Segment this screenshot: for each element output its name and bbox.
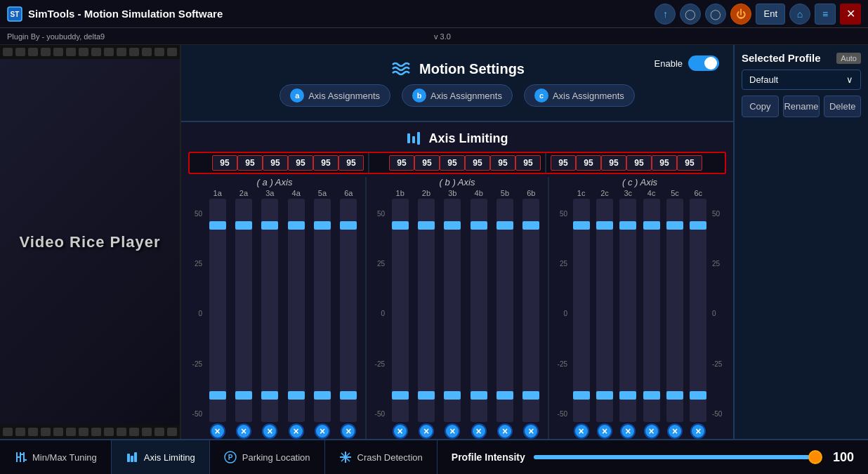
handle-bottom-3b[interactable]: [444, 391, 461, 400]
reset-4a[interactable]: [289, 423, 304, 439]
intensity-slider-track[interactable]: [534, 455, 821, 459]
handle-top-6a[interactable]: [340, 221, 357, 230]
menu-btn[interactable]: ≡: [815, 4, 836, 25]
handle-top-6b[interactable]: [522, 221, 539, 230]
close-btn[interactable]: ✕: [840, 4, 861, 25]
reset-6c[interactable]: [690, 423, 706, 439]
circle2-btn[interactable]: ◯: [705, 4, 726, 25]
handle-top-1c[interactable]: [573, 221, 590, 230]
handle-bottom-5c[interactable]: [666, 391, 683, 400]
handle-bottom-6b[interactable]: [522, 391, 539, 400]
value-box-3a[interactable]: 95: [263, 155, 288, 171]
value-box-1b[interactable]: 95: [389, 155, 414, 171]
profile-select[interactable]: Default ∨: [742, 70, 861, 90]
track-6a[interactable]: [340, 199, 357, 422]
value-box-5c[interactable]: 95: [652, 155, 677, 171]
track-3c[interactable]: [619, 199, 636, 422]
value-box-6a[interactable]: 95: [338, 155, 364, 171]
track-2b[interactable]: [418, 199, 435, 422]
reset-2a[interactable]: [236, 423, 251, 439]
handle-top-1a[interactable]: [209, 221, 226, 230]
value-box-4b[interactable]: 95: [465, 155, 490, 171]
parking-location-btn[interactable]: P Parking Location: [210, 440, 325, 474]
track-1a[interactable]: [209, 199, 226, 422]
ent-btn[interactable]: Ent: [756, 4, 785, 25]
handle-bottom-4c[interactable]: [643, 391, 660, 400]
delete-button[interactable]: Delete: [824, 96, 861, 117]
handle-top-3a[interactable]: [261, 221, 278, 230]
tab-axis-c[interactable]: c Axis Assignments: [524, 84, 635, 107]
value-box-6b[interactable]: 95: [515, 155, 541, 171]
enable-toggle[interactable]: [688, 55, 719, 71]
value-box-2c[interactable]: 95: [576, 155, 601, 171]
handle-bottom-4a[interactable]: [288, 391, 305, 400]
value-box-6c[interactable]: 95: [677, 155, 702, 171]
track-2c[interactable]: [596, 199, 613, 422]
reset-3b[interactable]: [445, 423, 460, 439]
handle-bottom-3a[interactable]: [261, 391, 278, 400]
value-box-2a[interactable]: 95: [237, 155, 263, 171]
handle-top-3b[interactable]: [444, 221, 461, 230]
reset-3a[interactable]: [262, 423, 277, 439]
rename-button[interactable]: Rename: [783, 96, 820, 117]
track-4b[interactable]: [471, 199, 487, 422]
value-box-5a[interactable]: 95: [313, 155, 338, 171]
tab-axis-a[interactable]: a Axis Assignments: [280, 84, 390, 107]
value-box-4c[interactable]: 95: [626, 155, 652, 171]
home-btn[interactable]: ⌂: [789, 4, 810, 25]
track-3a[interactable]: [261, 199, 278, 422]
track-4a[interactable]: [288, 199, 305, 422]
handle-top-1b[interactable]: [392, 221, 409, 230]
track-2a[interactable]: [235, 199, 252, 422]
reset-1c[interactable]: [574, 423, 589, 439]
copy-button[interactable]: Copy: [742, 96, 779, 117]
track-1c[interactable]: [573, 199, 590, 422]
handle-bottom-3c[interactable]: [619, 391, 636, 400]
reset-2c[interactable]: [597, 423, 612, 439]
reset-4b[interactable]: [471, 423, 487, 439]
tab-axis-b[interactable]: b Axis Assignments: [402, 84, 513, 107]
handle-top-5c[interactable]: [666, 221, 683, 230]
track-5c[interactable]: [666, 199, 683, 422]
reset-2b[interactable]: [419, 423, 434, 439]
reset-1a[interactable]: [210, 423, 225, 439]
handle-bottom-1c[interactable]: [573, 391, 590, 400]
value-box-5b[interactable]: 95: [490, 155, 515, 171]
handle-top-6c[interactable]: [690, 221, 706, 230]
handle-bottom-5a[interactable]: [314, 391, 331, 400]
value-box-3b[interactable]: 95: [440, 155, 465, 171]
track-5b[interactable]: [497, 199, 513, 422]
axis-limiting-btn[interactable]: Axis Limiting: [112, 440, 210, 474]
value-box-2b[interactable]: 95: [414, 155, 440, 171]
handle-bottom-5b[interactable]: [497, 391, 513, 400]
handle-top-5a[interactable]: [314, 221, 331, 230]
track-5a[interactable]: [314, 199, 331, 422]
handle-bottom-2c[interactable]: [596, 391, 613, 400]
track-1b[interactable]: [392, 199, 409, 422]
reset-5b[interactable]: [497, 423, 513, 439]
handle-bottom-2a[interactable]: [235, 391, 252, 400]
track-6c[interactable]: [690, 199, 706, 422]
handle-top-5b[interactable]: [497, 221, 513, 230]
reset-5a[interactable]: [315, 423, 330, 439]
reset-5c[interactable]: [667, 423, 683, 439]
handle-bottom-6a[interactable]: [340, 391, 357, 400]
reset-6a[interactable]: [341, 423, 356, 439]
handle-top-4b[interactable]: [471, 221, 487, 230]
handle-bottom-6c[interactable]: [690, 391, 706, 400]
reset-6b[interactable]: [523, 423, 539, 439]
handle-top-4c[interactable]: [643, 221, 660, 230]
handle-top-3c[interactable]: [619, 221, 636, 230]
reset-4c[interactable]: [644, 423, 659, 439]
intensity-slider-handle[interactable]: [808, 450, 822, 464]
value-box-3c[interactable]: 95: [601, 155, 626, 171]
power-btn[interactable]: ⏻: [730, 4, 751, 25]
handle-bottom-1b[interactable]: [392, 391, 409, 400]
handle-bottom-4b[interactable]: [471, 391, 487, 400]
handle-bottom-2b[interactable]: [418, 391, 435, 400]
reset-1b[interactable]: [393, 423, 408, 439]
video-player[interactable]: Video Rice Player: [0, 59, 180, 425]
reset-3c[interactable]: [620, 423, 636, 439]
value-box-1a[interactable]: 95: [212, 155, 237, 171]
handle-top-2a[interactable]: [235, 221, 252, 230]
